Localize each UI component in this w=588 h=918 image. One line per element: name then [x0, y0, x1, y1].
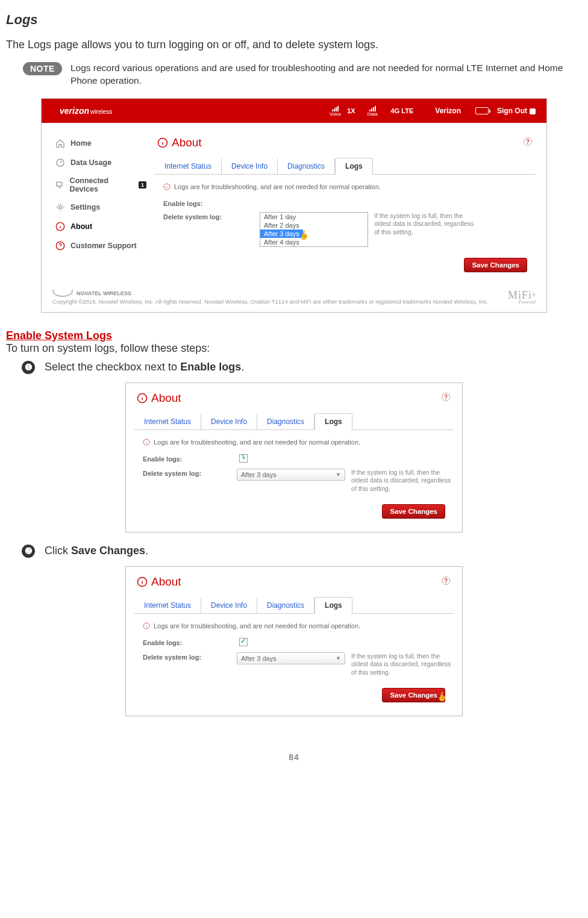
tab-internet-status[interactable]: Internet Status — [155, 158, 222, 174]
svg-point-2 — [59, 206, 61, 208]
delete-log-dropdown[interactable]: After 3 days▼ — [237, 652, 345, 664]
save-changes-button[interactable]: Save Changes — [382, 504, 445, 519]
sidebar-item-data-usage[interactable]: Data Usage — [52, 153, 149, 172]
dropdown-option[interactable]: After 4 days — [260, 238, 367, 246]
info-icon — [55, 221, 66, 232]
tab-diagnostics[interactable]: Diagnostics — [257, 414, 314, 429]
page-title: Logs — [6, 12, 582, 28]
save-changes-button[interactable]: Save Changes — [464, 258, 527, 272]
tab-logs[interactable]: Logs — [335, 158, 373, 175]
help-icon[interactable]: ? — [524, 137, 532, 146]
tab-logs[interactable]: Logs — [314, 597, 352, 614]
tab-device-info[interactable]: Device Info — [201, 414, 257, 429]
info-message: Logs are for troubleshooting, and are no… — [143, 622, 454, 629]
info-icon — [137, 576, 148, 587]
tab-internet-status[interactable]: Internet Status — [134, 598, 201, 613]
tab-device-info[interactable]: Device Info — [222, 158, 278, 174]
step-1-text: Select the checkbox next to Enable logs. — [45, 361, 244, 373]
tab-row: Internet Status Device Info Diagnostics … — [134, 597, 454, 614]
enable-logs-row: Enable logs: — [163, 199, 536, 207]
enable-logs-row: Enable logs: — [143, 454, 454, 464]
note-block: NOTE Logs record various operations and … — [23, 62, 582, 87]
enable-logs-checkbox[interactable] — [239, 454, 248, 463]
delete-log-hint: If the system log is full, then the olde… — [351, 469, 454, 493]
delete-log-row: Delete system log: After 3 days▼ If the … — [143, 652, 454, 677]
about-heading: About — [137, 392, 442, 405]
question-icon — [55, 240, 66, 251]
info-icon — [143, 622, 150, 629]
help-icon[interactable]: ? — [442, 576, 450, 585]
home-icon — [55, 138, 66, 149]
sidebar-item-settings[interactable]: Settings — [52, 198, 149, 217]
delete-log-hint: If the system log is full, then the olde… — [351, 652, 454, 677]
verizon-logo: verizonwireless — [60, 106, 112, 116]
novatel-logo: NOVATEL WIRELESS — [52, 290, 488, 297]
dropdown-option[interactable]: After 1 day — [260, 213, 367, 221]
devices-icon — [55, 180, 65, 190]
enable-system-logs-heading: Enable System Logs — [6, 329, 582, 342]
sidebar-item-label: Connected Devices — [70, 176, 134, 193]
enable-logs-label: Enable logs: — [143, 638, 239, 646]
enable-logs-checkbox[interactable] — [239, 638, 248, 646]
sidebar-item-label: Data Usage — [70, 158, 111, 167]
tab-diagnostics[interactable]: Diagnostics — [278, 158, 335, 174]
dropdown-option[interactable]: After 2 days — [260, 221, 367, 230]
sidebar-item-label: Customer Support — [70, 242, 137, 250]
note-badge: NOTE — [23, 62, 62, 75]
voice-network-label: 1X — [347, 107, 355, 114]
screenshot-full-window: verizonwireless Voice 1X Data 4G LTE Ver… — [41, 98, 547, 313]
signal-data-icon: Data — [367, 105, 378, 117]
step-2-text: Click Save Changes. — [45, 545, 148, 557]
footer: NOVATEL WIRELESS Copyright ©2015. Novate… — [42, 284, 546, 312]
copyright-text: Copyright ©2015. Novatel Wireless, Inc. … — [52, 298, 488, 305]
sidebar-item-home[interactable]: Home — [52, 134, 149, 153]
battery-icon — [475, 107, 489, 114]
sidebar-item-connected-devices[interactable]: Connected Devices 1 — [52, 172, 149, 198]
help-icon[interactable]: ? — [442, 393, 450, 401]
gauge-icon — [55, 157, 66, 168]
step-number-icon: ➊ — [22, 361, 35, 374]
delete-log-row: Delete system log: After 1 day After 2 d… — [163, 212, 536, 247]
sidebar-item-support[interactable]: Customer Support — [52, 236, 149, 255]
delete-log-label: Delete system log: — [163, 212, 260, 220]
delete-log-label: Delete system log: — [143, 469, 237, 477]
save-changes-button[interactable]: Save Changes — [382, 688, 445, 702]
delete-log-dropdown-open[interactable]: After 1 day After 2 days After 3 days Af… — [260, 212, 368, 247]
delete-log-dropdown[interactable]: After 3 days▼ — [237, 469, 345, 481]
tab-device-info[interactable]: Device Info — [201, 598, 257, 613]
about-heading: About — [157, 136, 524, 149]
tab-row: Internet Status Device Info Diagnostics … — [155, 158, 536, 175]
info-icon — [163, 183, 170, 190]
sign-out-link[interactable]: Sign Out — [497, 107, 536, 115]
enable-logs-row: Enable logs: — [143, 638, 454, 648]
step-number-icon: ➋ — [22, 545, 35, 558]
enable-logs-label: Enable logs: — [163, 199, 260, 207]
sidebar-item-about[interactable]: About — [52, 217, 149, 236]
screenshot-enable-checkbox: ? About Internet Status Device Info Diag… — [125, 382, 463, 532]
carrier-label: Verizon — [435, 107, 461, 115]
info-icon — [137, 393, 148, 404]
dropdown-option-selected[interactable]: After 3 days — [260, 230, 303, 238]
sidebar-item-label: Settings — [70, 203, 100, 211]
delete-log-hint: If the system log is full, then the olde… — [374, 212, 477, 237]
svg-rect-1 — [57, 182, 62, 186]
info-icon — [143, 439, 150, 446]
sign-out-icon — [530, 108, 536, 114]
info-message: Logs are for troubleshooting, and are no… — [143, 439, 454, 446]
chevron-down-icon: ▼ — [336, 655, 341, 661]
mifi-logo: MiFi® Powered — [508, 289, 536, 305]
enable-system-logs-intro: To turn on system logs, follow these ste… — [6, 342, 582, 355]
tab-internet-status[interactable]: Internet Status — [134, 414, 201, 429]
info-icon — [157, 137, 168, 148]
tab-diagnostics[interactable]: Diagnostics — [257, 598, 314, 613]
page-intro: The Logs page allows you to turn logging… — [6, 39, 582, 51]
network-type-label: 4G LTE — [391, 107, 414, 114]
info-message: Logs are for troubleshooting, and are no… — [163, 183, 536, 190]
gear-icon — [55, 202, 66, 213]
delete-log-label: Delete system log: — [143, 652, 237, 661]
tab-logs[interactable]: Logs — [314, 413, 352, 430]
screenshot-save-changes: ? About Internet Status Device Info Diag… — [125, 566, 463, 716]
sidebar: Home Data Usage Connected Devices 1 Sett… — [52, 134, 149, 278]
sidebar-item-label: About — [70, 222, 92, 231]
header-bar: verizonwireless Voice 1X Data 4G LTE Ver… — [42, 99, 546, 123]
